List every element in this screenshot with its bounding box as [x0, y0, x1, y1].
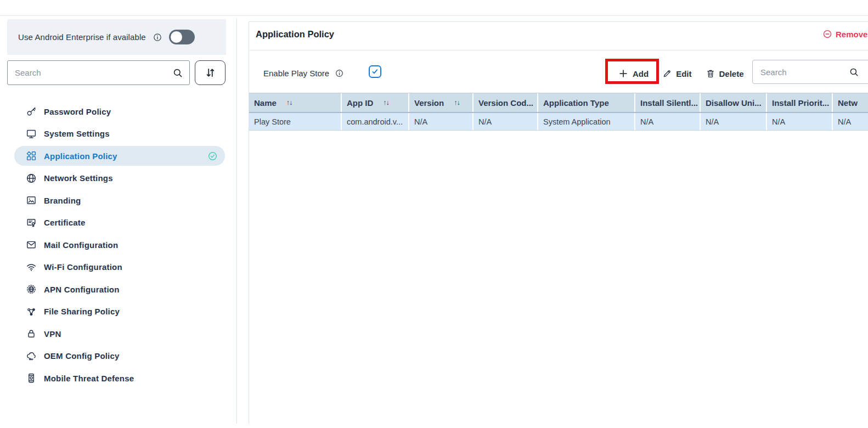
- column-label: Version: [414, 98, 444, 108]
- column-label: Install Silentl...: [640, 98, 698, 108]
- column-label: Disallow Uni...: [706, 98, 762, 108]
- remove-label: Remove: [836, 30, 867, 39]
- sidebar-item-label: Wi-Fi Configuration: [44, 262, 122, 272]
- policy-nav-list: Password PolicySystem SettingsApplicatio…: [5, 102, 236, 391]
- sidebar-item-label: File Sharing Policy: [44, 307, 120, 316]
- globe-icon: [26, 173, 37, 184]
- sidebar-item-label: VPN: [44, 329, 61, 339]
- sidebar-item-label: System Settings: [44, 129, 110, 138]
- applications-table: Name↑↓App ID↑↓Version↑↓Version Cod...App…: [249, 93, 868, 131]
- sort-arrows-icon[interactable]: ↑↓: [286, 99, 292, 106]
- edit-label: Edit: [676, 69, 691, 78]
- android-enterprise-toggle[interactable]: [169, 30, 195, 44]
- column-header-install-priorit-: Install Priorit...: [767, 93, 833, 112]
- info-icon: [335, 69, 344, 78]
- add-button[interactable]: Add: [618, 68, 649, 79]
- sidebar-item-label: Mobile Threat Defense: [44, 374, 134, 383]
- table-row[interactable]: Play Storecom.android.v...N/AN/ASystem A…: [249, 113, 868, 131]
- sidebar-item-application-policy[interactable]: Application Policy: [14, 146, 225, 166]
- configured-check-icon: [207, 151, 218, 161]
- cloud-key-icon: [26, 351, 37, 362]
- sidebar-item-branding[interactable]: Branding: [5, 190, 236, 210]
- column-label: Version Cod...: [478, 98, 533, 108]
- sidebar-item-mail-configuration[interactable]: Mail Configuration: [5, 235, 236, 255]
- certificate-icon: [26, 217, 37, 228]
- sidebar-item-label: APN Configuration: [44, 285, 120, 294]
- sidebar-item-file-sharing-policy[interactable]: File Sharing Policy: [5, 302, 236, 322]
- share-nodes-icon: [26, 306, 37, 317]
- pencil-icon: [662, 69, 672, 78]
- apps-grid-icon: [26, 150, 37, 161]
- policy-sidebar: Use Android Enterprise if available Pass…: [5, 18, 237, 424]
- sidebar-item-mobile-threat-defense[interactable]: Mobile Threat Defense: [5, 368, 236, 388]
- sidebar-item-wi-fi-configuration[interactable]: Wi-Fi Configuration: [5, 257, 236, 277]
- trash-icon: [706, 69, 715, 78]
- column-label: Install Priorit...: [772, 98, 829, 108]
- column-label: Netw: [838, 98, 858, 108]
- column-header-application-type: Application Type: [538, 93, 635, 112]
- column-header-netw: Netw: [833, 93, 868, 112]
- minus-circle-icon: [822, 29, 832, 39]
- table-cell: N/A: [474, 113, 538, 130]
- table-cell: Play Store: [249, 113, 342, 130]
- table-cell: N/A: [767, 113, 833, 130]
- table-cell: N/A: [409, 113, 474, 130]
- sidebar-item-label: Password Policy: [44, 107, 111, 116]
- phone-shield-icon: [26, 373, 37, 384]
- application-policy-panel: Application Policy Remove Enable Play St…: [249, 21, 868, 424]
- search-icon: [172, 67, 183, 78]
- page-title: Application Policy: [256, 29, 334, 40]
- add-label: Add: [633, 69, 649, 78]
- table-cell: System Application: [538, 113, 635, 130]
- sidebar-item-oem-config-policy[interactable]: OEM Config Policy: [5, 346, 236, 366]
- sidebar-sort-button[interactable]: [195, 60, 226, 85]
- column-header-version[interactable]: Version↑↓: [409, 93, 474, 112]
- table-header-row: Name↑↓App ID↑↓Version↑↓Version Cod...App…: [249, 93, 868, 113]
- edit-button[interactable]: Edit: [662, 69, 691, 78]
- table-cell: N/A: [701, 113, 767, 130]
- checkmark-icon: [371, 67, 379, 76]
- key-icon: [26, 106, 37, 117]
- search-icon: [849, 67, 859, 77]
- column-header-version-cod-: Version Cod...: [474, 93, 538, 112]
- top-bar: [0, 0, 868, 16]
- sidebar-item-label: Network Settings: [44, 173, 113, 183]
- sort-updown-icon: [204, 66, 217, 79]
- sidebar-item-network-settings[interactable]: Network Settings: [5, 168, 236, 188]
- sidebar-item-certificate[interactable]: Certificate: [5, 213, 236, 233]
- sidebar-item-label: OEM Config Policy: [44, 351, 120, 361]
- enable-play-store-checkbox[interactable]: [369, 65, 381, 78]
- table-cell: N/A: [833, 113, 868, 130]
- column-label: App ID: [347, 98, 373, 108]
- lock-icon: [26, 328, 37, 339]
- enable-play-store-label: Enable Play Store: [263, 69, 329, 78]
- column-header-name[interactable]: Name↑↓: [249, 93, 342, 112]
- monitor-icon: [26, 128, 37, 139]
- column-header-install-silentl-: Install Silentl...: [635, 93, 701, 112]
- column-header-app-id[interactable]: App ID↑↓: [342, 93, 409, 112]
- delete-label: Delete: [719, 69, 744, 78]
- sidebar-search-input[interactable]: [7, 60, 190, 85]
- sidebar-item-vpn[interactable]: VPN: [5, 324, 236, 343]
- toggle-knob: [171, 31, 182, 43]
- table-cell: com.android.v...: [342, 113, 409, 130]
- image-icon: [26, 195, 37, 206]
- sidebar-item-password-policy[interactable]: Password Policy: [5, 102, 236, 121]
- remove-policy-button[interactable]: Remove: [822, 29, 867, 39]
- apn-globe-gear-icon: [26, 284, 37, 295]
- mail-icon: [26, 239, 37, 250]
- table-body: Play Storecom.android.v...N/AN/ASystem A…: [249, 113, 868, 131]
- info-icon: [153, 32, 162, 42]
- sidebar-item-label: Application Policy: [44, 151, 117, 161]
- sidebar-item-apn-configuration[interactable]: APN Configuration: [5, 279, 236, 299]
- divider: [249, 50, 868, 50]
- delete-button[interactable]: Delete: [706, 69, 744, 78]
- sort-arrows-icon[interactable]: ↑↓: [454, 99, 460, 106]
- sidebar-item-system-settings[interactable]: System Settings: [5, 124, 236, 144]
- sort-arrows-icon[interactable]: ↑↓: [383, 99, 389, 106]
- table-cell: N/A: [635, 113, 701, 130]
- column-label: Application Type: [543, 98, 609, 108]
- sidebar-item-label: Branding: [44, 196, 81, 205]
- column-header-disallow-uni-: Disallow Uni...: [701, 93, 767, 112]
- wifi-icon: [26, 262, 37, 273]
